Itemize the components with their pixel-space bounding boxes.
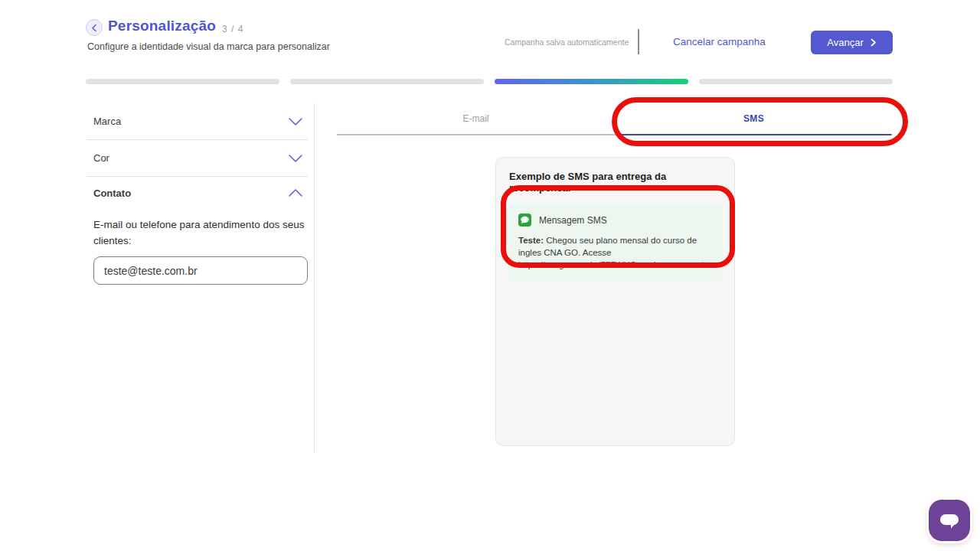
chevron-left-icon bbox=[90, 24, 99, 32]
page-title: Personalização bbox=[108, 18, 216, 34]
progress-segment-1 bbox=[86, 79, 279, 84]
page-subtitle: Configure a identidade visual da marca p… bbox=[87, 41, 330, 52]
personalization-page: Personalização 3 / 4 Configure a identid… bbox=[0, 0, 980, 551]
tab-email[interactable]: E-mail bbox=[337, 103, 615, 134]
advance-button[interactable]: Avançar bbox=[811, 31, 893, 54]
sms-bubble-icon bbox=[518, 214, 531, 227]
accordion-section-cor[interactable]: Cor bbox=[87, 140, 308, 177]
autosave-status: Campanha salva automaticamente bbox=[505, 37, 629, 47]
contact-help-label: E-mail ou telefone para atendimento dos … bbox=[93, 217, 309, 249]
header-divider bbox=[638, 29, 639, 54]
preview-tabs: E-mail SMS bbox=[337, 103, 893, 135]
accordion-section-marca[interactable]: Marca bbox=[87, 103, 308, 140]
tab-sms[interactable]: SMS bbox=[615, 103, 893, 134]
sms-message-body: Teste: Chegou seu plano mensal do curso … bbox=[518, 234, 712, 271]
cancel-campaign-link[interactable]: Cancelar campanha bbox=[673, 36, 766, 47]
chevron-down-icon bbox=[288, 117, 303, 126]
sms-message-preview: Mensagem SMS Teste: Chegou seu plano men… bbox=[508, 204, 723, 282]
accordion-label-contato: Contato bbox=[93, 187, 131, 199]
contact-input[interactable] bbox=[93, 256, 308, 285]
chat-bubble-icon bbox=[938, 509, 961, 532]
chevron-right-icon bbox=[871, 38, 877, 47]
progress-bar bbox=[86, 79, 893, 84]
chevron-down-icon bbox=[288, 154, 303, 163]
advance-button-label: Avançar bbox=[827, 37, 863, 48]
chat-widget-button[interactable] bbox=[929, 500, 970, 541]
sms-message-title: Mensagem SMS bbox=[539, 215, 607, 226]
sidebar-divider bbox=[314, 103, 315, 453]
accordion-label-cor: Cor bbox=[93, 152, 109, 164]
step-indicator: 3 / 4 bbox=[222, 24, 243, 34]
back-button[interactable] bbox=[86, 19, 103, 36]
accordion-section-contato[interactable]: Contato bbox=[87, 177, 308, 209]
preview-heading: Exemplo de SMS para entrega da recompens… bbox=[509, 171, 721, 194]
chevron-up-icon bbox=[288, 188, 303, 197]
sidebar: Marca Cor Contato E-mail ou telefone par… bbox=[87, 103, 308, 285]
accordion-label-marca: Marca bbox=[93, 116, 121, 127]
sms-message-body-text: Chegou seu plano mensal do curso de ingl… bbox=[518, 236, 711, 269]
progress-segment-2 bbox=[290, 79, 484, 84]
progress-segment-4 bbox=[699, 79, 893, 84]
sms-preview-card: Exemplo de SMS para entrega da recompens… bbox=[495, 157, 735, 446]
progress-segment-3-active bbox=[495, 79, 688, 84]
sms-message-body-bold: Teste: bbox=[518, 236, 544, 245]
